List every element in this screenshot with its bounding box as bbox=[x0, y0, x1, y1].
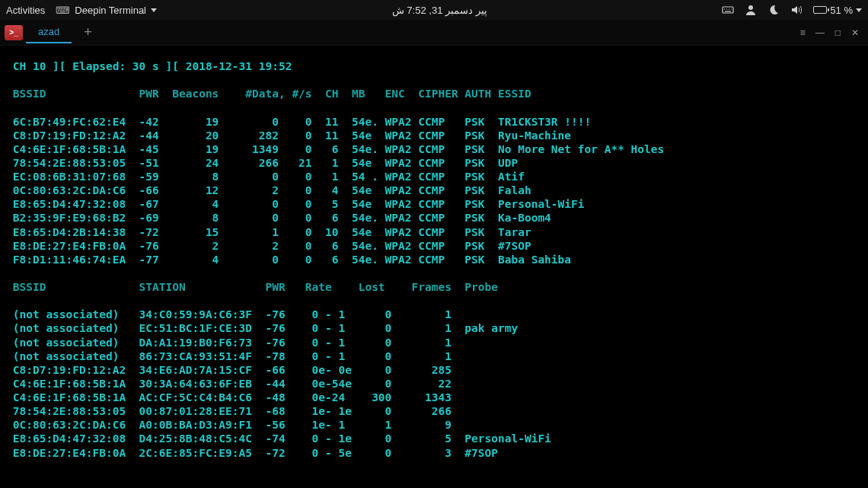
user-icon[interactable] bbox=[745, 4, 757, 16]
terminal-line: B2:35:9F:E9:68:B2 -69 8 0 0 6 54e. WPA2 … bbox=[6, 211, 862, 225]
battery-indicator[interactable]: 51 % bbox=[813, 5, 862, 16]
terminal-line: E8:DE:27:E4:FB:0A -76 2 2 0 6 54e. WPA2 … bbox=[6, 239, 862, 253]
svg-rect-0 bbox=[723, 7, 733, 13]
terminal-line: E8:65:D4:47:32:08 -67 4 0 0 5 54e WPA2 C… bbox=[6, 197, 862, 211]
clock-label[interactable]: پیر دسمبر 31, 7:52 ش bbox=[392, 5, 487, 16]
terminal-line: F8:D1:11:46:74:EA -77 4 0 0 6 54e. WPA2 … bbox=[6, 253, 862, 266]
app-title-label: Deepin Terminal bbox=[75, 5, 146, 16]
battery-pct-label: 51 % bbox=[830, 5, 853, 16]
terminal-line: 78:54:2E:88:53:05 00:87:01:28:EE:71 -68 … bbox=[6, 404, 862, 418]
terminal-line bbox=[6, 266, 862, 280]
terminal-line: C4:6E:1F:68:5B:1A -45 19 1349 0 6 54e. W… bbox=[6, 142, 862, 156]
terminal-line: EC:08:6B:31:07:68 -59 8 0 0 1 54 . WPA2 … bbox=[6, 170, 862, 183]
keyboard-layout-icon[interactable] bbox=[722, 4, 734, 16]
terminal-line: C4:6E:1F:68:5B:1A 30:3A:64:63:6F:EB -44 … bbox=[6, 377, 862, 391]
app-menu[interactable]: ⌨ Deepin Terminal bbox=[56, 5, 157, 16]
system-topbar: Activities ⌨ Deepin Terminal پیر دسمبر 3… bbox=[0, 0, 868, 20]
window-maximize-button[interactable]: □ bbox=[835, 27, 841, 38]
terminal-line: E8:DE:27:E4:FB:0A 2C:6E:85:FC:E9:A5 -72 … bbox=[6, 446, 862, 460]
volume-icon[interactable] bbox=[790, 4, 803, 16]
terminal-line: (not associated) DA:A1:19:B0:F6:73 -76 0… bbox=[6, 336, 862, 349]
terminal-line: E8:65:D4:2B:14:38 -72 15 1 0 10 54e WPA2… bbox=[6, 225, 862, 239]
terminal-line: E8:65:D4:47:32:08 D4:25:8B:48:C5:4C -74 … bbox=[6, 432, 862, 445]
new-tab-button[interactable]: + bbox=[75, 24, 101, 40]
terminal-line: 0C:80:63:2C:DA:C6 -66 12 2 0 4 54e WPA2 … bbox=[6, 183, 862, 197]
terminal-line: C8:D7:19:FD:12:A2 -44 20 282 0 11 54e WP… bbox=[6, 129, 862, 142]
tab-azad[interactable]: azad bbox=[26, 21, 72, 43]
window-minimize-button[interactable]: — bbox=[815, 27, 825, 38]
battery-icon bbox=[813, 6, 827, 14]
terminal-app-icon[interactable]: >_ bbox=[5, 25, 23, 40]
window-close-button[interactable]: ✕ bbox=[851, 27, 859, 38]
terminal-line: CH 10 ][ Elapsed: 30 s ][ 2018-12-31 19:… bbox=[6, 59, 862, 73]
terminal-line: BSSID STATION PWR Rate Lost Frames Probe bbox=[6, 280, 862, 294]
activities-button[interactable]: Activities bbox=[6, 5, 45, 16]
terminal-line: 0C:80:63:2C:DA:C6 A0:0B:BA:D3:A9:F1 -56 … bbox=[6, 418, 862, 432]
terminal-line: (not associated) EC:51:BC:1F:CE:3D -76 0… bbox=[6, 321, 862, 335]
terminal-line bbox=[6, 100, 862, 114]
terminal-line: C4:6E:1F:68:5B:1A AC:CF:5C:C4:B4:C6 -48 … bbox=[6, 391, 862, 404]
chevron-down-icon bbox=[856, 8, 862, 12]
night-mode-icon[interactable] bbox=[767, 4, 780, 16]
terminal-line: BSSID PWR Beacons #Data, #/s CH MB ENC C… bbox=[6, 87, 862, 100]
hamburger-menu-icon[interactable]: ≡ bbox=[800, 27, 805, 38]
terminal-output[interactable]: CH 10 ][ Elapsed: 30 s ][ 2018-12-31 19:… bbox=[0, 46, 868, 460]
chevron-down-icon bbox=[151, 8, 157, 12]
terminal-line: 78:54:2E:88:53:05 -51 24 266 21 1 54e WP… bbox=[6, 156, 862, 170]
terminal-line: C8:D7:19:FD:12:A2 34:E6:AD:7A:15:CF -66 … bbox=[6, 363, 862, 377]
terminal-line: (not associated) 34:C0:59:9A:C6:3F -76 0… bbox=[6, 308, 862, 321]
terminal-line: (not associated) 86:73:CA:93:51:4F -78 0… bbox=[6, 349, 862, 363]
terminal-line bbox=[6, 73, 862, 87]
terminal-line: 6C:B7:49:FC:62:E4 -42 19 0 0 11 54e. WPA… bbox=[6, 115, 862, 129]
terminal-tabbar: >_ azad + ≡ — □ ✕ bbox=[0, 20, 868, 46]
svg-point-6 bbox=[748, 5, 753, 10]
terminal-glyph-icon: ⌨ bbox=[56, 5, 70, 16]
terminal-line bbox=[6, 294, 862, 308]
